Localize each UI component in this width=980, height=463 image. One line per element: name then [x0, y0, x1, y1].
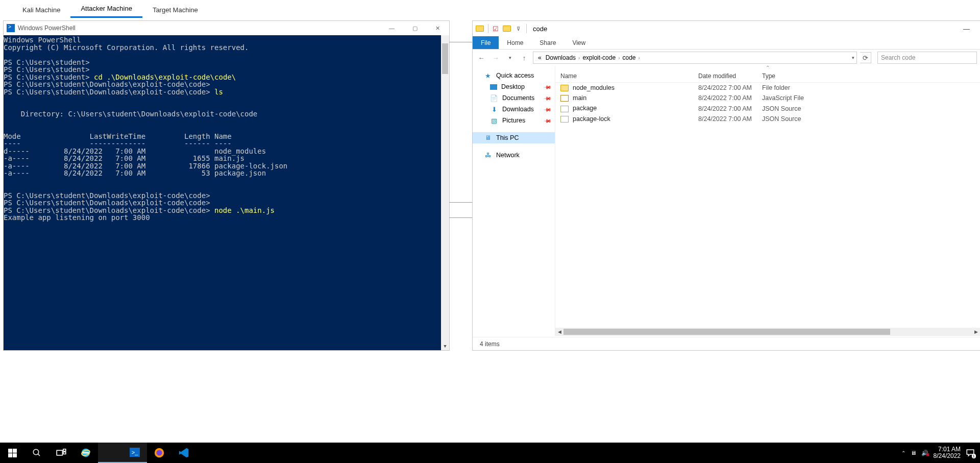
- taskbar-vscode[interactable]: [172, 443, 196, 463]
- network-icon[interactable]: 🖥: [911, 450, 916, 456]
- folder-icon: [502, 23, 512, 34]
- explorer-window: ☑ ⊽ code — File Home Share View ← → ▾ ↑ …: [472, 20, 980, 351]
- scroll-left-icon[interactable]: ◀: [555, 329, 564, 334]
- table-row[interactable]: node_modules8/24/2022 7:00 AMFile folder: [555, 83, 980, 93]
- pin-icon: 📌: [544, 116, 552, 125]
- explorer-title: code: [533, 25, 547, 33]
- chevron-right-icon[interactable]: ›: [618, 55, 620, 61]
- ps-text: PS C:\Users\student\Downloads\exploit-co…: [4, 80, 214, 96]
- pin-icon: 📌: [544, 83, 552, 91]
- action-center-icon[interactable]: 1: [966, 448, 975, 457]
- status-bar: 4 items: [473, 337, 980, 350]
- nav-pane: ★ Quick access Desktop 📌 📄 Documents 📌: [473, 66, 555, 336]
- ie-icon: [80, 447, 91, 458]
- taskbar-explorer[interactable]: [98, 443, 122, 463]
- start-button[interactable]: [0, 443, 24, 463]
- scrollbar[interactable]: ▲ ▼: [441, 35, 449, 350]
- powershell-terminal[interactable]: Windows PowerShell Copyright (C) Microso…: [4, 35, 449, 350]
- taskbar-powershell[interactable]: >_: [122, 443, 147, 463]
- firefox-icon: [154, 447, 165, 458]
- nav-this-pc[interactable]: 🖥 This PC: [473, 132, 555, 143]
- chevron-right-icon[interactable]: ›: [578, 55, 580, 61]
- task-view-button[interactable]: [49, 443, 74, 463]
- col-date[interactable]: Date modified: [693, 70, 757, 83]
- folder-icon: [560, 85, 569, 91]
- nav-quick-access[interactable]: ★ Quick access: [473, 70, 555, 81]
- divider: [449, 202, 473, 203]
- documents-icon: 📄: [490, 94, 498, 102]
- vm-tab-attacker[interactable]: Attacker Machine: [70, 1, 142, 18]
- col-type[interactable]: Type: [757, 70, 980, 83]
- ribbon: File Home Share View: [473, 36, 980, 50]
- ribbon-tab-share[interactable]: Share: [531, 36, 564, 49]
- taskbar-ie[interactable]: [74, 443, 98, 463]
- clock[interactable]: 7:01 AM 8/24/2022: [934, 446, 961, 459]
- scroll-thumb[interactable]: [564, 329, 890, 335]
- minimize-button[interactable]: —: [955, 21, 978, 36]
- divider: [449, 217, 473, 218]
- ribbon-tab-home[interactable]: Home: [499, 36, 531, 49]
- taskbar-firefox[interactable]: [147, 443, 172, 463]
- nav-label: Downloads: [502, 106, 534, 113]
- back-button[interactable]: ←: [476, 52, 487, 63]
- scroll-down-icon[interactable]: ▼: [441, 342, 449, 350]
- table-row[interactable]: main8/24/2022 7:00 AMJavaScript File: [555, 93, 980, 103]
- nav-desktop[interactable]: Desktop 📌: [473, 81, 555, 92]
- folder-icon: [475, 23, 485, 34]
- breadcrumb[interactable]: exploit-code: [581, 54, 617, 61]
- recent-dropdown-icon[interactable]: ▾: [504, 52, 516, 63]
- folder-icon: [105, 449, 115, 456]
- powershell-icon: >_: [130, 448, 140, 457]
- breadcrumb[interactable]: code: [621, 54, 637, 61]
- volume-icon[interactable]: 🔊✖: [921, 450, 928, 456]
- h-scrollbar[interactable]: ◀ ▶: [555, 328, 980, 336]
- powershell-titlebar[interactable]: Windows PowerShell — ▢ ✕: [4, 21, 449, 35]
- file-list[interactable]: ⌃ Name Date modified Type node_modules8/…: [555, 66, 980, 336]
- tray-chevron-icon[interactable]: ⌃: [901, 450, 905, 456]
- col-name[interactable]: Name: [555, 70, 693, 83]
- nav-label: Pictures: [502, 117, 525, 124]
- qat-dropdown-icon[interactable]: ⊽: [513, 23, 523, 34]
- nav-pictures[interactable]: ▧ Pictures 📌: [473, 115, 555, 126]
- nav-downloads[interactable]: ⬇ Downloads 📌: [473, 104, 555, 115]
- maximize-button[interactable]: ▢: [403, 21, 426, 35]
- table-row[interactable]: package-lock8/24/2022 7:00 AMJSON Source: [555, 114, 980, 124]
- nav-label: Documents: [502, 94, 534, 102]
- taskbar: >_ ⌃ 🖥 🔊✖ 7:01 AM 8/24/2022 1: [0, 443, 980, 463]
- nav-network[interactable]: 🖧 Network: [473, 150, 555, 161]
- svg-rect-4: [63, 452, 66, 454]
- close-button[interactable]: ✕: [426, 21, 449, 35]
- pin-icon: 📌: [544, 105, 552, 113]
- star-icon: ★: [484, 72, 492, 79]
- scroll-right-icon[interactable]: ▶: [972, 329, 980, 334]
- address-dropdown-icon[interactable]: ▾: [852, 55, 854, 60]
- search-input[interactable]: Search code: [877, 52, 977, 64]
- divider: [449, 42, 473, 42]
- powershell-icon: [7, 24, 15, 32]
- pin-icon: 📌: [544, 94, 552, 102]
- nav-documents[interactable]: 📄 Documents 📌: [473, 92, 555, 104]
- explorer-titlebar[interactable]: ☑ ⊽ code —: [473, 21, 980, 36]
- windows-icon: [8, 449, 17, 457]
- vm-tab-target[interactable]: Target Machine: [142, 2, 208, 18]
- svg-point-0: [33, 449, 39, 455]
- chevron-right-icon[interactable]: ›: [639, 55, 640, 61]
- task-view-icon: [56, 449, 66, 457]
- ribbon-tab-file[interactable]: File: [473, 36, 499, 49]
- search-button[interactable]: [24, 443, 49, 463]
- ps-cmd: ls: [214, 88, 223, 96]
- address-bar[interactable]: « Downloads › exploit-code › code › ▾: [533, 52, 857, 64]
- properties-icon[interactable]: ☑: [491, 23, 501, 34]
- up-button[interactable]: ↑: [519, 52, 530, 63]
- breadcrumb[interactable]: Downloads: [544, 54, 577, 61]
- nav-label: This PC: [496, 134, 519, 141]
- ribbon-tab-view[interactable]: View: [564, 36, 594, 49]
- refresh-button[interactable]: ⟳: [860, 52, 871, 63]
- scroll-thumb[interactable]: [442, 43, 448, 74]
- minimize-button[interactable]: —: [380, 21, 403, 35]
- breadcrumb-prefix[interactable]: «: [536, 54, 543, 61]
- table-row[interactable]: package8/24/2022 7:00 AMJSON Source: [555, 103, 980, 113]
- vm-tab-kali[interactable]: Kali Machine: [12, 2, 70, 18]
- forward-button[interactable]: →: [490, 52, 501, 63]
- system-tray[interactable]: ⌃ 🖥 🔊✖ 7:01 AM 8/24/2022 1: [896, 446, 980, 459]
